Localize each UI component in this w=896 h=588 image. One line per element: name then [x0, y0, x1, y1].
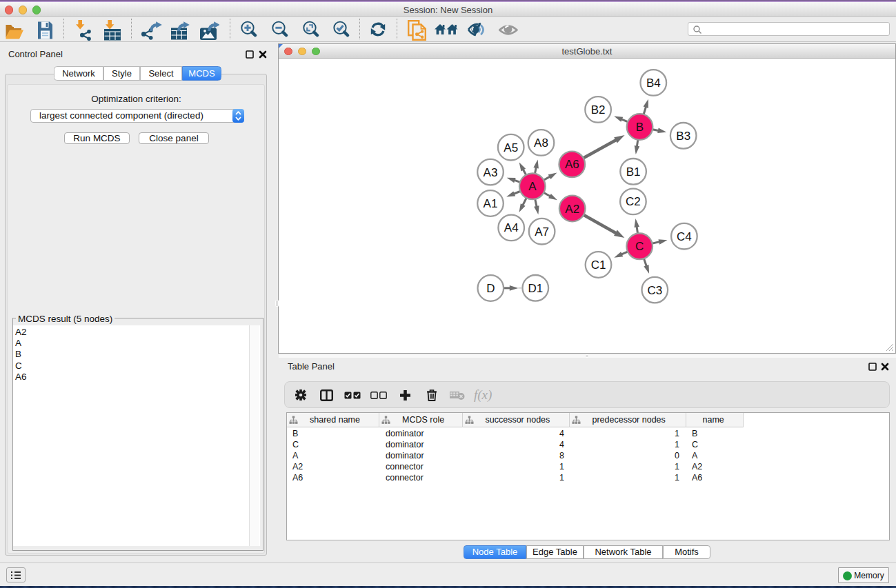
- svg-text:A2: A2: [565, 203, 579, 216]
- svg-text:A7: A7: [535, 225, 549, 239]
- svg-text:B3: B3: [676, 130, 690, 143]
- svg-text:C3: C3: [647, 284, 662, 297]
- svg-text:A6: A6: [565, 158, 579, 171]
- svg-text:C1: C1: [591, 258, 606, 272]
- svg-text:C2: C2: [626, 195, 641, 208]
- svg-text:A8: A8: [534, 136, 548, 150]
- svg-text:B4: B4: [646, 77, 661, 90]
- svg-text:D1: D1: [528, 282, 543, 295]
- svg-text:B1: B1: [626, 165, 641, 179]
- svg-text:C4: C4: [677, 230, 692, 243]
- svg-text:B2: B2: [591, 103, 606, 116]
- svg-text:B: B: [636, 121, 644, 134]
- svg-text:A5: A5: [504, 141, 518, 154]
- svg-text:A1: A1: [484, 197, 498, 210]
- svg-text:A4: A4: [504, 221, 519, 234]
- svg-text:D: D: [486, 282, 495, 295]
- svg-text:A3: A3: [484, 166, 498, 179]
- svg-text:A: A: [528, 180, 537, 193]
- svg-text:C: C: [635, 240, 644, 253]
